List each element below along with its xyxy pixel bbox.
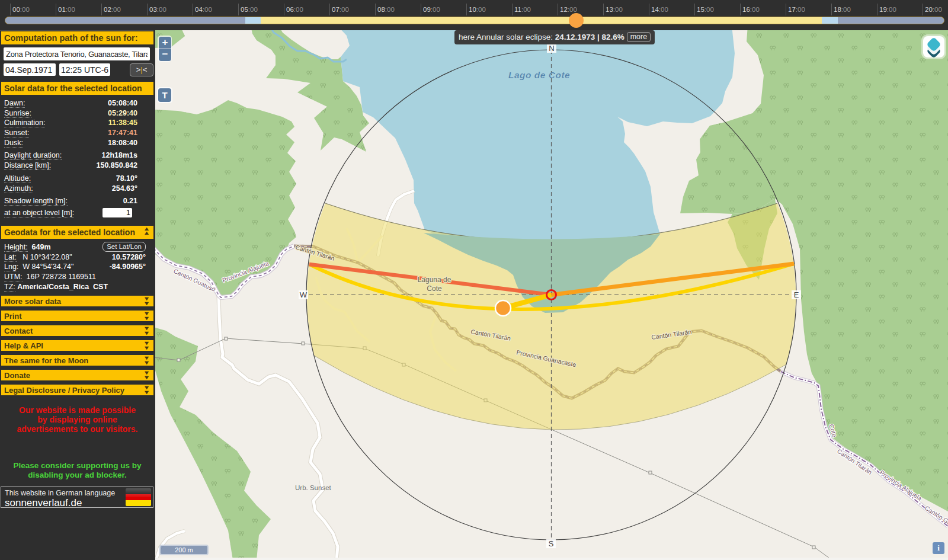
svg-text:Laguna de: Laguna de [418,276,451,284]
svg-text:E: E [794,290,799,299]
svg-text:Lago de Cote: Lago de Cote [508,70,570,80]
svg-text:N: N [549,44,554,53]
svg-text:S: S [549,539,554,548]
svg-text:W: W [300,290,308,299]
svg-text:Cote: Cote [427,284,442,293]
svg-text:Urb. Sunset: Urb. Sunset [295,484,332,491]
